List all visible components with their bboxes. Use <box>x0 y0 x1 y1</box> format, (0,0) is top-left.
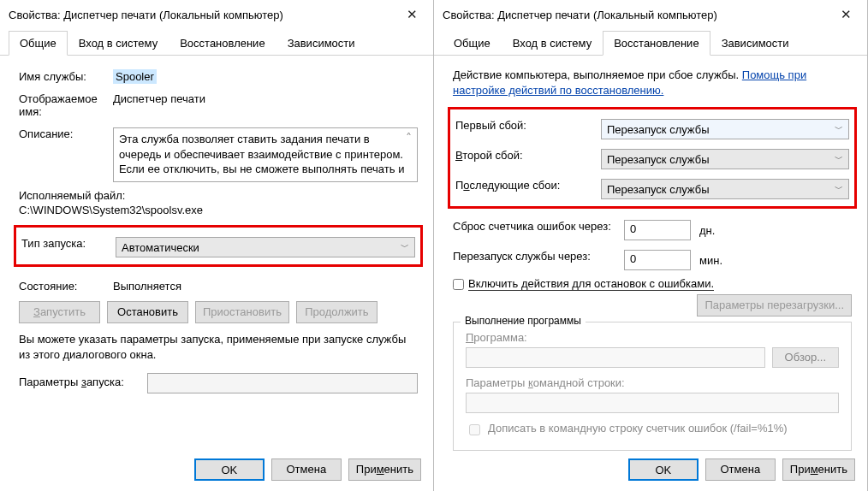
label-start-params: Параметры запуска: <box>19 373 147 388</box>
scrollbar-up-icon[interactable]: ˄ <box>406 130 412 146</box>
tabs-recovery: Общие Вход в систему Восстановление Зави… <box>434 31 867 56</box>
label-cmdline: Параметры командной строки: <box>466 376 839 389</box>
ok-button[interactable]: OK <box>628 458 699 481</box>
start-button: Запустить <box>19 301 100 323</box>
label-executable: Исполняемый файл: <box>19 189 418 202</box>
tab-recovery[interactable]: Восстановление <box>603 31 710 56</box>
append-fail-checkbox <box>469 424 480 435</box>
label-display-name: Отображаемое имя: <box>19 90 113 118</box>
tab-logon[interactable]: Вход в систему <box>68 31 169 56</box>
reset-fail-unit: дн. <box>699 224 715 237</box>
footer-buttons: OK Отмена Применить <box>0 453 433 491</box>
window-title: Свойства: Диспетчер печати (Локальный ко… <box>9 9 283 21</box>
run-program-fieldset: Выполнение программы Программа: Обзор...… <box>453 322 852 451</box>
label-second-failure: Второй сбой: <box>455 146 601 162</box>
tab-logon[interactable]: Вход в систему <box>502 31 603 56</box>
window-title: Свойства: Диспетчер печати (Локальный ко… <box>443 9 717 21</box>
titlebar: Свойства: Диспетчер печати (Локальный ко… <box>0 0 433 31</box>
label-startup-type: Тип запуска: <box>21 234 116 250</box>
label-reset-fail: Сброс счетчика ошибок через: <box>453 217 624 233</box>
label-state: Состояние: <box>19 277 113 293</box>
content-recovery: Действие компьютера, выполняемое при сбо… <box>434 56 867 453</box>
subsequent-failure-dropdown[interactable]: Перезапуск службы ﹀ <box>601 179 849 199</box>
chevron-down-icon: ﹀ <box>835 153 843 165</box>
restart-after-unit: мин. <box>699 254 722 267</box>
ok-button[interactable]: OK <box>194 458 265 481</box>
chevron-down-icon: ﹀ <box>401 241 409 253</box>
close-icon[interactable]: ✕ <box>400 5 425 24</box>
label-service-name: Имя службы: <box>19 68 113 83</box>
program-input <box>466 347 765 368</box>
restart-params-button: Параметры перезагрузки... <box>697 294 852 316</box>
dialog-general: Свойства: Диспетчер печати (Локальный ко… <box>0 0 434 491</box>
resume-button: Продолжить <box>296 301 378 323</box>
enable-actions-checkbox[interactable] <box>453 279 464 290</box>
state-value: Выполняется <box>113 277 418 293</box>
startup-type-dropdown[interactable]: Автоматически ﹀ <box>116 237 415 257</box>
chevron-down-icon: ﹀ <box>835 123 843 135</box>
start-params-input <box>147 373 418 393</box>
browse-button: Обзор... <box>772 347 839 368</box>
dialog-recovery: Свойства: Диспетчер печати (Локальный ко… <box>434 0 868 491</box>
tab-dependencies[interactable]: Зависимости <box>710 31 800 56</box>
apply-button[interactable]: Применить <box>348 458 421 481</box>
service-name-value[interactable]: Spooler <box>113 69 157 84</box>
close-icon[interactable]: ✕ <box>834 5 859 24</box>
description-textarea[interactable]: ˄ Эта служба позволяет ставить задания п… <box>113 127 418 182</box>
startup-hint: Вы можете указать параметры запуска, при… <box>19 332 418 363</box>
footer-buttons: OK Отмена Применить <box>434 453 867 491</box>
highlight-failure-actions: Первый сбой: Перезапуск службы ﹀ Второй … <box>448 107 857 209</box>
second-failure-dropdown[interactable]: Перезапуск службы ﹀ <box>601 149 849 169</box>
append-fail-label: Дописать в командную строку счетчик ошиб… <box>488 422 788 435</box>
cancel-button[interactable]: Отмена <box>271 458 342 481</box>
tab-dependencies[interactable]: Зависимости <box>276 31 366 56</box>
label-restart-after: Перезапуск службы через: <box>453 247 624 263</box>
tab-general[interactable]: Общие <box>443 31 502 56</box>
pause-button: Приостановить <box>195 301 289 323</box>
titlebar: Свойства: Диспетчер печати (Локальный ко… <box>434 0 867 31</box>
enable-actions-label: Включить действия для остановок с ошибка… <box>468 277 714 291</box>
stop-button[interactable]: Остановить <box>107 301 188 323</box>
chevron-down-icon: ﹀ <box>835 183 843 195</box>
tab-general[interactable]: Общие <box>9 31 68 56</box>
executable-path: C:\WINDOWS\System32\spoolsv.exe <box>19 204 418 216</box>
cancel-button[interactable]: Отмена <box>705 458 776 481</box>
tab-recovery[interactable]: Восстановление <box>169 31 276 56</box>
cmdline-input <box>466 393 839 413</box>
fieldset-legend: Выполнение программы <box>461 315 586 327</box>
label-subsequent-failure: Последующие сбои: <box>455 176 601 192</box>
content-general: Имя службы: Spooler Отображаемое имя: Ди… <box>0 56 433 453</box>
first-failure-dropdown[interactable]: Перезапуск службы ﹀ <box>601 119 849 139</box>
apply-button[interactable]: Применить <box>782 458 855 481</box>
label-description: Описание: <box>19 125 113 140</box>
reset-fail-input[interactable]: 0 <box>624 220 691 240</box>
highlight-startup-type: Тип запуска: Автоматически ﹀ <box>14 225 423 267</box>
restart-after-input[interactable]: 0 <box>624 250 691 270</box>
label-program: Программа: <box>466 331 839 344</box>
display-name-value: Диспетчер печати <box>113 90 418 105</box>
recovery-top-text: Действие компьютера, выполняемое при сбо… <box>453 68 852 98</box>
tabs-general: Общие Вход в систему Восстановление Зави… <box>0 31 433 56</box>
label-first-failure: Первый сбой: <box>455 116 601 132</box>
